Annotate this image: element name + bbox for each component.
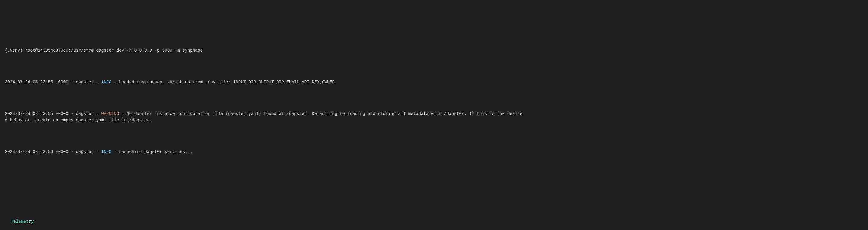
log-line-2: 2024-07-24 08:23:55 +0000 - dagster – WA…	[5, 111, 863, 124]
terminal: (.venv) root@143054c370c0:/usr/src# dags…	[5, 28, 863, 230]
prompt-line: (.venv) root@143054c370c0:/usr/src# dags…	[5, 47, 863, 54]
telemetry-section: Telemetry: As an open-source project, we…	[5, 206, 863, 230]
telemetry-header: Telemetry:	[11, 219, 863, 225]
log-line-1: 2024-07-24 08:23:55 +0000 - dagster – IN…	[5, 79, 863, 86]
log-line-3: 2024-07-24 08:23:56 +0000 - dagster – IN…	[5, 149, 863, 155]
blank-1	[5, 174, 863, 180]
